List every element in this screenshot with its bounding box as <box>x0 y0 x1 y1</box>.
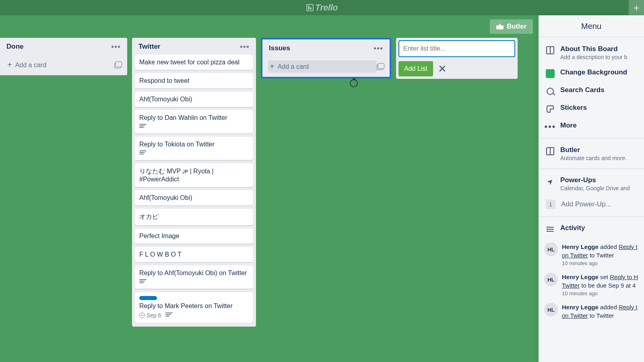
card-template-icon[interactable] <box>377 64 384 70</box>
top-bar: Trello + <box>0 0 644 15</box>
list-menu-icon[interactable]: ••• <box>240 43 250 51</box>
list-issues-highlight: Issues ••• + Add a card <box>261 38 391 78</box>
card-title: Respond to tweet <box>139 77 249 84</box>
card[interactable]: Reply to Tokiota on Twitter <box>135 137 253 160</box>
rocket-icon: ➤ <box>544 175 556 187</box>
activity-time: 10 minutes ago <box>562 260 638 266</box>
avatar[interactable]: HL <box>544 243 558 256</box>
card[interactable]: Respond to tweet <box>135 73 253 88</box>
description-icon <box>165 313 173 318</box>
board-header: Butler <box>0 15 539 38</box>
trello-logo[interactable]: Trello <box>306 2 338 13</box>
list-menu-icon[interactable]: ••• <box>111 43 121 51</box>
trello-logo-text: Trello <box>315 2 338 13</box>
create-button[interactable]: + <box>629 0 644 15</box>
card[interactable]: Ahf(Tomoyuki Obi) <box>135 190 253 206</box>
butler-button[interactable]: Butler <box>490 19 533 34</box>
card-title: Reply to Ahf(Tomoyuki Obi) on Twitter <box>139 269 249 277</box>
card-title: F L O W B O T <box>139 251 249 258</box>
menu-search-cards[interactable]: Search Cards <box>539 82 644 100</box>
description-icon <box>139 124 147 130</box>
activity-link[interactable]: Reply t <box>619 243 638 250</box>
menu-title: Menu <box>539 15 644 37</box>
menu-stickers[interactable]: Stickers <box>539 100 644 117</box>
activity-item: HLHenry Legge set Reply to H Twitter to … <box>539 269 644 300</box>
card-title: オカピ <box>139 213 249 221</box>
card-label <box>139 296 157 300</box>
card-title: Ahf(Tomoyuki Obi) <box>139 96 249 103</box>
new-list-title-input[interactable] <box>398 40 515 57</box>
card-template-icon[interactable] <box>114 62 122 68</box>
menu-butler[interactable]: Butler Automate cards and more. <box>539 142 644 165</box>
card[interactable]: Ahf(Tomoyuki Obi) <box>135 92 253 107</box>
add-list-composer: Add List ✕ <box>396 38 518 79</box>
menu-power-ups[interactable]: ➤ Power-Ups Calendar, Google Drive and <box>539 172 644 195</box>
menu-more[interactable]: ••• More <box>539 117 644 135</box>
menu-change-background[interactable]: Change Background <box>539 64 644 82</box>
card-title: Ahf(Tomoyuki Obi) <box>139 194 249 202</box>
card-title: りなたむ MVP ᴊᴘ | Ryota | #PowerAddict <box>139 167 249 183</box>
activity-item: HLHenry Legge added Reply t on Twitter t… <box>539 239 644 269</box>
avatar[interactable]: HL <box>544 303 558 317</box>
power-up-count: 1 <box>546 200 555 209</box>
search-icon <box>547 88 554 95</box>
activity-link[interactable]: on Twitter <box>562 312 588 319</box>
activity-link[interactable]: Reply t <box>619 304 638 311</box>
butler-icon <box>496 24 504 29</box>
due-date-badge: Sep 6 <box>139 312 161 319</box>
card[interactable]: Reply to Ahf(Tomoyuki Obi) on Twitter <box>135 265 253 289</box>
menu-about-board[interactable]: About This Board Add a description to yo… <box>539 41 644 64</box>
activity-icon <box>547 227 554 232</box>
list-issues: Issues ••• + Add a card <box>264 42 388 74</box>
card-title: Make new tweet for cool pizza deal <box>139 59 249 66</box>
card[interactable]: Reply to Dan Wahlin on Twitter <box>135 110 253 134</box>
butler-menu-icon <box>546 147 554 155</box>
add-list-button[interactable]: Add List <box>398 61 433 76</box>
card[interactable]: オカピ <box>135 209 253 225</box>
sticker-icon <box>547 105 554 113</box>
card[interactable]: F L O W B O T <box>135 247 253 262</box>
avatar[interactable]: HL <box>544 273 558 286</box>
card[interactable]: Reply to Mark Peeters on TwitterSep 6 <box>135 292 253 323</box>
menu-activity-header: Activity <box>539 220 644 238</box>
card[interactable]: りなたむ MVP ᴊᴘ | Ryota | #PowerAddict <box>135 163 253 187</box>
list-menu-icon[interactable]: ••• <box>374 44 383 52</box>
activity-link[interactable]: on Twitter <box>562 252 588 259</box>
background-swatch-icon <box>546 69 555 78</box>
board-menu: Menu About This Board Add a description … <box>539 15 644 362</box>
activity-time: 10 minutes ago <box>562 290 638 296</box>
list-done: Done ••• + Add a card <box>0 38 127 75</box>
plus-icon: + <box>270 62 275 71</box>
trello-logo-icon <box>306 4 314 11</box>
board-canvas: Done ••• + Add a card Twitter ••• Make n… <box>0 38 539 327</box>
description-icon <box>139 150 147 156</box>
card[interactable]: Perfect Image <box>135 228 253 244</box>
card-title: Perfect Image <box>139 232 249 240</box>
activity-link[interactable]: Reply to H <box>610 274 638 280</box>
list-twitter: Twitter ••• Make new tweet for cool pizz… <box>132 38 256 327</box>
add-card-button[interactable]: + Add a card <box>268 60 377 73</box>
board-icon <box>546 46 554 54</box>
list-title-done[interactable]: Done <box>6 43 24 51</box>
activity-link[interactable]: Twitter <box>562 282 580 289</box>
more-icon: ••• <box>546 122 555 131</box>
add-card-button[interactable]: + Add a card <box>6 59 114 71</box>
list-title-twitter[interactable]: Twitter <box>138 43 160 51</box>
card-title: Reply to Dan Wahlin on Twitter <box>139 114 249 121</box>
menu-add-power-up[interactable]: 1 Add Power-Up... <box>539 195 644 213</box>
card-title: Reply to Mark Peeters on Twitter <box>139 302 249 310</box>
card-title: Reply to Tokiota on Twitter <box>139 141 249 148</box>
close-icon[interactable]: ✕ <box>438 64 447 74</box>
list-title-issues[interactable]: Issues <box>269 44 290 52</box>
clock-icon <box>139 313 145 318</box>
card[interactable]: Make new tweet for cool pizza deal <box>135 55 253 70</box>
plus-icon: + <box>7 60 12 70</box>
activity-item: HLHenry Legge added Reply t on Twitter t… <box>539 300 644 323</box>
description-icon <box>139 279 147 285</box>
